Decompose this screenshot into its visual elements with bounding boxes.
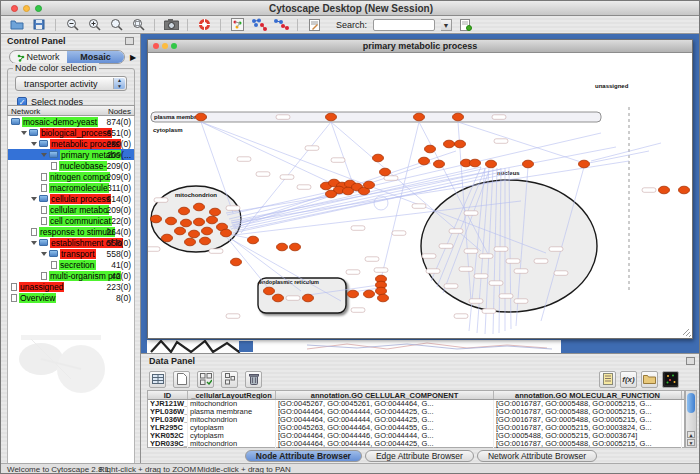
tree-row[interactable]: secretion41(0) [8,259,134,270]
network-canvas[interactable]: plasma membrane cytoplasm mitochondrion … [148,53,692,339]
network-node[interactable] [326,190,337,198]
table-row[interactable]: YKR052Ccytoplasm[GO:0044464, GO:0044446,… [148,432,684,440]
tree-row[interactable]: cell communicat22(0) [8,215,134,226]
tree-row-label[interactable]: cellular metabo [49,205,109,215]
tree-row[interactable]: nucleobase-209(0) [8,160,134,171]
birds-eye-view[interactable] [11,329,111,399]
network-node[interactable] [453,113,464,121]
attribute-table-icon[interactable] [149,371,166,388]
scrollbar-thumb[interactable] [687,393,695,413]
plasma-membrane-region[interactable] [151,112,601,122]
tree-row-label[interactable]: Overview [19,293,56,303]
tree-row-label[interactable]: nitrogen compo [49,172,110,182]
tree-row-label[interactable]: cell communicat [49,216,112,226]
search-dropdown-icon[interactable]: ▼ [441,19,452,31]
node-color-dropdown[interactable]: transporter activity ▲▼ [15,76,127,91]
network-node[interactable] [470,159,481,167]
network-edge[interactable] [584,151,649,164]
tree-row[interactable]: establishment of lo558(0) [8,237,134,248]
network-node[interactable] [425,145,436,153]
tree-row-label[interactable]: mosaic-demo-yeast [22,117,98,127]
tree-row-label[interactable]: secretion [59,260,96,270]
help-icon[interactable] [196,18,212,32]
table-row[interactable]: YPL036W__1mitochondrion[GO:0044464, GO:0… [148,416,684,424]
import-network-icon[interactable] [458,18,474,32]
import-attributes-icon[interactable] [641,371,658,388]
unselect-attributes-icon[interactable] [221,371,238,388]
network-node[interactable] [277,243,288,251]
tree-row-label[interactable]: response to stimulu [39,227,115,237]
tab-overflow-icon[interactable]: ▶ [130,53,136,62]
tree-row[interactable]: biological_process651(0) [8,127,134,138]
formula-icon[interactable]: f(x) [620,371,637,388]
tree-row[interactable]: mosaic-demo-yeast874(0) [8,116,134,127]
network-node[interactable] [378,294,389,302]
network-node[interactable] [290,243,301,251]
tree-row[interactable]: transport558(0) [8,248,134,259]
expand-arrow-icon[interactable] [41,153,47,157]
select-attributes-icon[interactable] [197,371,214,388]
tree-row[interactable]: cellular metabo209(0) [8,204,134,215]
tree-row[interactable]: Overview8(0) [8,292,134,303]
network-node[interactable] [151,215,162,223]
table-scrollbar[interactable]: ▲ ▼ [685,390,697,448]
tree-row[interactable]: response to stimulu264(0) [8,226,134,237]
network-node[interactable] [231,258,242,266]
network-node[interactable] [373,154,384,162]
network-node[interactable] [196,113,207,121]
network-window-titlebar[interactable]: primary metabolic process [148,40,692,53]
table-row[interactable]: YPL036W__2plasma membrane[GO:0044464, GO… [148,408,684,416]
network-edge[interactable] [458,122,584,163]
network-node[interactable] [179,207,190,215]
network-node[interactable] [486,160,497,168]
report-icon[interactable] [599,371,616,388]
float-panel-icon[interactable] [125,37,134,45]
network-node[interactable] [326,113,337,121]
tab-node-attribute-browser[interactable]: Node Attribute Browser [245,450,362,462]
network-node[interactable] [659,186,670,194]
tree-row[interactable]: nitrogen compo209(0) [8,171,134,182]
network-node[interactable] [579,160,590,168]
network-node[interactable] [376,287,387,295]
network-attributes-icon[interactable] [229,18,245,32]
zoom-out-icon[interactable] [64,18,80,32]
network-node[interactable] [207,216,218,224]
network-node[interactable] [185,238,196,246]
tree-row-label[interactable]: nucleobase- [59,161,107,171]
tree-row[interactable]: cellular process614(0) [8,193,134,204]
network-node[interactable] [455,140,466,148]
network-node[interactable] [419,157,430,165]
network-node[interactable] [679,186,690,194]
expand-arrow-icon[interactable] [31,142,37,146]
table-header-cell[interactable]: ID [148,391,188,399]
tab-network-attribute-browser[interactable]: Network Attribute Browser [477,450,597,462]
network-node[interactable] [166,217,177,225]
float-panel-icon[interactable] [686,357,695,365]
merge-networks-icon[interactable] [251,18,267,32]
table-row[interactable]: YDR039C__1mitochondrion[GO:0044464, GO:0… [148,440,684,448]
network-node[interactable] [248,236,259,244]
network-node[interactable] [364,181,375,189]
expand-arrow-icon[interactable] [31,241,37,245]
table-row[interactable]: YJR121W__1mitochondrion[GO:0045267, GO:0… [148,400,684,408]
compare-networks-icon[interactable] [273,18,289,32]
network-node[interactable] [273,294,284,302]
network-edge[interactable] [381,122,419,279]
network-node[interactable] [194,203,205,211]
zoom-in-icon[interactable] [86,18,102,32]
network-node[interactable] [380,168,391,176]
table-row[interactable]: YLR295Ccytoplasm[GO:0045263, GO:0044464,… [148,424,684,432]
network-node[interactable] [434,160,445,168]
tree-row[interactable]: multi-organism pro42(0) [8,270,134,281]
network-node[interactable] [523,160,534,168]
network-node[interactable] [348,290,359,298]
scroll-up-icon[interactable]: ▲ [687,431,695,438]
zoom-fit-icon[interactable] [108,18,124,32]
table-header-cell[interactable]: _cellularLayoutRegion [188,391,276,399]
tree-row-label[interactable]: cellular process [50,194,111,204]
tree-row-label[interactable]: biological_process [40,128,112,138]
network-node[interactable] [194,218,205,226]
network-node[interactable] [200,237,211,245]
network-node[interactable] [303,294,314,302]
network-edge[interactable] [591,143,661,161]
